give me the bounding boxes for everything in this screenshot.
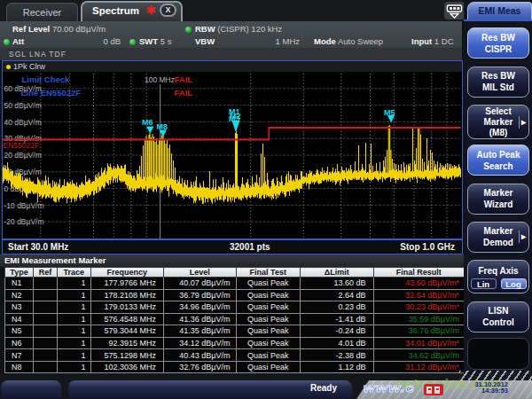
svg-text:EN55022F: EN55022F xyxy=(4,141,40,150)
svg-text:M8: M8 xyxy=(157,121,168,130)
svg-text:100 MHz: 100 MHz xyxy=(145,74,175,83)
svg-text:Limit Check: Limit Check xyxy=(22,74,71,84)
svg-text:-20 dBµV/m: -20 dBµV/m xyxy=(4,217,44,226)
svg-text:FAIL: FAIL xyxy=(175,87,193,97)
svg-text:40 dBµV/m: 40 dBµV/m xyxy=(4,117,42,126)
svg-text:M6: M6 xyxy=(142,118,153,127)
svg-text:-10 dBµV/m: -10 dBµV/m xyxy=(4,200,44,209)
svg-text:Line EN55022F: Line EN55022F xyxy=(21,87,82,97)
svg-text:20 dBµV/m: 20 dBµV/m xyxy=(4,151,42,160)
svg-text:50 dBµV/m: 50 dBµV/m xyxy=(4,100,42,109)
svg-text:FAIL: FAIL xyxy=(175,74,193,84)
